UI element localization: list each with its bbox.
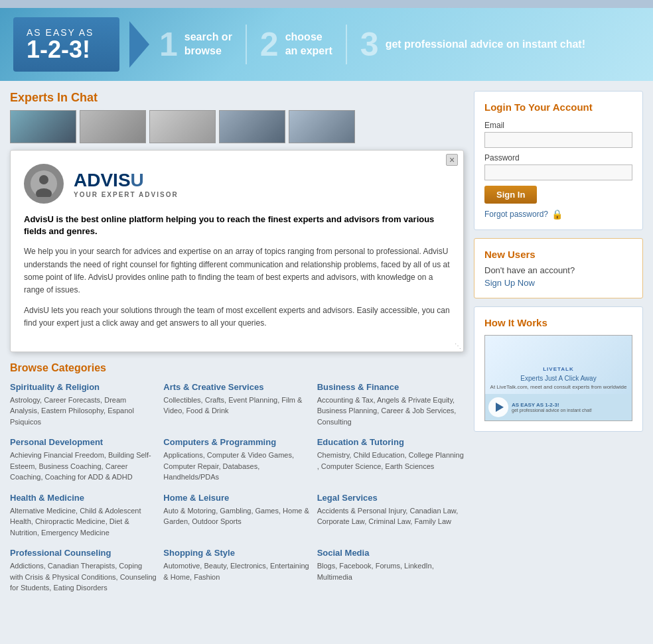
video-label-text: Experts Just A Click Away: [490, 375, 627, 382]
email-label: Email: [484, 121, 632, 130]
svg-point-1: [39, 175, 48, 184]
category-item-8: Legal ServicesAccidents & Personal Injur…: [317, 493, 464, 539]
step-1-text: search or browse: [184, 31, 232, 58]
header-banner: AS EASY AS 1-2-3! 1 search or browse 2 c…: [0, 8, 653, 81]
modal-overlay: × ADVISU: [10, 150, 464, 352]
category-item-7: Home & LeisureAuto & Motoring, Gambling,…: [163, 493, 310, 539]
password-label: Password: [484, 153, 632, 162]
step-divider-1: [246, 25, 247, 64]
logo-advis: ADVIS: [74, 170, 131, 190]
expert-thumb-5[interactable]: [289, 110, 355, 143]
category-title-8[interactable]: Legal Services: [317, 493, 464, 503]
modal-box: × ADVISU: [10, 150, 464, 352]
login-title: Login To Your Account: [484, 101, 632, 113]
logo-u: U: [131, 170, 144, 190]
category-item-4: Computers & ProgrammingApplications, Com…: [163, 437, 310, 483]
category-title-6[interactable]: Health & Medicine: [10, 493, 157, 503]
category-links-4: Applications, Computer & Video Games, Co…: [163, 450, 310, 483]
category-links-10: Automotive, Beauty, Electronics, Enterta…: [163, 560, 310, 582]
step-divider-2: [346, 25, 347, 64]
brand-num: 1-2-3!: [27, 38, 106, 62]
step-3-text: get professional advice on instant chat!: [386, 38, 585, 52]
video-thumbnail[interactable]: LIVETALK Experts Just A Click Away At Li…: [484, 335, 632, 421]
signin-button[interactable]: Sign In: [484, 186, 537, 204]
logo-text: ADVISU YOUR EXPERT ADVISOR: [74, 170, 179, 198]
browse-categories: Browse Categories Spirituality & Religio…: [10, 362, 464, 594]
login-box: Login To Your Account Email Password Sig…: [474, 91, 643, 230]
categories-grid: Spirituality & ReligionAstrology, Career…: [10, 382, 464, 594]
expert-thumb-2[interactable]: [80, 110, 146, 143]
category-title-0[interactable]: Spirituality & Religion: [10, 382, 157, 392]
new-users-title: New Users: [484, 249, 632, 260]
category-title-10[interactable]: Shopping & Style: [163, 548, 310, 558]
play-button[interactable]: [488, 397, 508, 417]
experts-section: Experts In Chat: [10, 91, 464, 143]
category-links-3: Achieving Financial Freedom, Building Se…: [10, 450, 157, 483]
category-links-2: Accounting & Tax, Angels & Private Equit…: [317, 395, 464, 428]
category-links-11: Blogs, Facebook, Forums, LinkedIn, Multi…: [317, 560, 464, 582]
modal-headline: AdvisU is the best online platform helpi…: [24, 214, 450, 237]
category-links-9: Addictions, Canadian Therapists, Coping …: [10, 560, 157, 594]
category-links-5: Chemistry, Child Education, College Plan…: [317, 450, 464, 472]
category-links-7: Auto & Motoring, Gambling, Games, Home &…: [163, 505, 310, 527]
experts-row: [10, 110, 464, 143]
category-title-3[interactable]: Personal Development: [10, 437, 157, 447]
step-1-num: 1: [159, 28, 178, 61]
category-title-1[interactable]: Arts & Creative Services: [163, 382, 310, 392]
video-controls: AS EASY AS 1-2-3! get professional advic…: [485, 394, 632, 420]
category-title-9[interactable]: Professional Counseling: [10, 548, 157, 558]
step-3-num: 3: [360, 28, 379, 61]
email-input[interactable]: [484, 132, 632, 148]
video-info: AS EASY AS 1-2-3! get professional advic…: [512, 402, 592, 413]
forgot-password-text: Forgot password?: [484, 210, 548, 219]
how-title: How It Works: [484, 317, 632, 328]
new-users-box: New Users Don't have an account? Sign Up…: [474, 238, 643, 298]
brand-box: AS EASY AS 1-2-3!: [13, 17, 119, 72]
category-links-6: Alternative Medicine, Child & Adolescent…: [10, 505, 157, 539]
experts-title: Experts In Chat: [10, 91, 464, 105]
category-item-11: Social MediaBlogs, Facebook, Forums, Lin…: [317, 548, 464, 594]
step-2-num: 2: [260, 28, 279, 61]
expert-thumb-3[interactable]: [149, 110, 216, 143]
modal-resize-handle[interactable]: ⋱: [455, 342, 461, 350]
category-title-4[interactable]: Computers & Programming: [163, 437, 310, 447]
category-links-1: Collectibles, Crafts, Event Planning, Fi…: [163, 395, 310, 417]
category-links-8: Accidents & Personal Injury, Canadian La…: [317, 505, 464, 527]
modal-logo: ADVISU YOUR EXPERT ADVISOR: [24, 164, 450, 204]
modal-close-button[interactable]: ×: [446, 154, 458, 166]
category-item-5: Education & TutoringChemistry, Child Edu…: [317, 437, 464, 483]
category-title-11[interactable]: Social Media: [317, 548, 464, 558]
expert-thumb-4[interactable]: [219, 110, 285, 143]
how-it-works-box: How It Works LIVETALK Experts Just A Cli…: [474, 306, 643, 432]
step-1: 1 search or browse: [159, 28, 232, 61]
forgot-password-link[interactable]: Forgot password? 🔒: [484, 209, 632, 220]
lock-icon: 🔒: [551, 209, 563, 220]
step-2: 2 choose an expert: [260, 28, 332, 61]
category-item-0: Spirituality & ReligionAstrology, Career…: [10, 382, 157, 428]
logo-tagline: YOUR EXPERT ADVISOR: [74, 191, 179, 198]
category-item-6: Health & MedicineAlternative Medicine, C…: [10, 493, 157, 539]
category-item-9: Professional CounselingAddictions, Canad…: [10, 548, 157, 594]
category-title-2[interactable]: Business & Finance: [317, 382, 464, 392]
logo-icon: [24, 164, 64, 204]
category-item-10: Shopping & StyleAutomotive, Beauty, Elec…: [163, 548, 310, 594]
browse-title: Browse Categories: [10, 362, 464, 374]
category-item-2: Business & FinanceAccounting & Tax, Ange…: [317, 382, 464, 428]
password-input[interactable]: [484, 164, 632, 180]
top-bar: [0, 0, 653, 8]
expert-thumb-1[interactable]: [10, 110, 76, 143]
category-item-1: Arts & Creative ServicesCollectibles, Cr…: [163, 382, 310, 428]
modal-body-2: AdvisU lets you reach your solutions thr…: [24, 304, 450, 330]
signup-link[interactable]: Sign Up Now: [484, 278, 535, 288]
category-title-5[interactable]: Education & Tutoring: [317, 437, 464, 447]
category-links-0: Astrology, Career Forecasts, Dream Analy…: [10, 395, 157, 428]
category-title-7[interactable]: Home & Leisure: [163, 493, 310, 503]
step-2-text: choose an expert: [285, 31, 332, 58]
arrow-divider: [129, 21, 149, 68]
no-account-text: Don't have an account?: [484, 265, 632, 275]
modal-body-1: We help you in your search for advices a…: [24, 245, 450, 296]
video-bg: LIVETALK Experts Just A Click Away At Li…: [487, 363, 630, 393]
category-item-3: Personal DevelopmentAchieving Financial …: [10, 437, 157, 483]
step-3: 3 get professional advice on instant cha…: [360, 28, 585, 61]
